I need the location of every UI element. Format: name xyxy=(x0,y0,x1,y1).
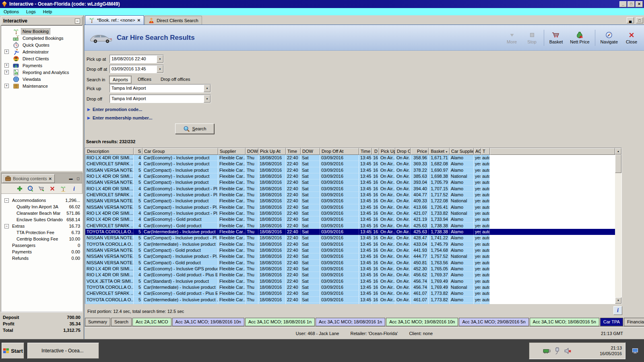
expand-icon[interactable]: + xyxy=(4,70,9,74)
tab-direct-clients-search[interactable]: Direct Clients Search xyxy=(144,16,202,25)
table-row[interactable]: TOYOTA COROLLA O...5Car(Intermediate) - … xyxy=(85,241,615,247)
sidebar-item-quick-quotes[interactable]: Quick Quotes xyxy=(1,41,82,48)
pick-up-at-field[interactable]: 18/08/2016 22:40 ▼ xyxy=(109,55,164,63)
show-desktop-button[interactable] xyxy=(629,343,642,358)
sidebar-item-direct-clients[interactable]: Direct Clients xyxy=(1,55,82,62)
taskbar-app-button[interactable]: Interactive - Ocea... xyxy=(27,343,99,359)
booking-tree-item[interactable]: −Accommodations1,296... xyxy=(1,197,82,204)
column-header-time2[interactable]: Time xyxy=(359,148,372,155)
nett-price-button[interactable]: Nett Price xyxy=(568,31,591,45)
table-row[interactable]: NISSAN VERSA NOTE...5Car(Compact) - Incl… xyxy=(85,198,615,204)
info-button[interactable]: i xyxy=(613,306,622,315)
bottom-tab-car-tpa[interactable]: Car TPA xyxy=(600,318,623,326)
menu-item-logs[interactable]: Logs xyxy=(23,8,39,15)
unplugged-icon[interactable] xyxy=(553,347,561,355)
column-header-d[interactable]: D xyxy=(372,148,379,155)
minimize-button[interactable]: _ xyxy=(619,1,627,7)
speaker-muted-icon[interactable] xyxy=(564,347,572,355)
collapse-panel-button[interactable]: − xyxy=(75,19,80,24)
table-row[interactable]: CHEVROLET SPARK ...4Car(Economy) - Inclu… xyxy=(85,161,615,167)
table-row[interactable]: NISSAN VERSA NOTE...5Car(Compact) - Incl… xyxy=(85,179,615,185)
table-row[interactable]: NISSAN VERSA NOTE...5Car(Compact) - Gold… xyxy=(85,247,615,253)
scroll-down-icon[interactable]: ▼ xyxy=(615,297,621,304)
booking-tree-item[interactable]: −Extras16.73 xyxy=(1,223,82,229)
search-in-option-airports[interactable]: Airports xyxy=(109,76,131,83)
sidebar-item-administrator[interactable]: +Administrator xyxy=(1,48,82,55)
table-row[interactable]: RIO LX 4DR OR SIMI...4Car(Economy) - Inc… xyxy=(85,210,615,216)
search-in-option-drop-off-offices[interactable]: Drop off offices xyxy=(158,76,193,83)
scrollbar-thumb[interactable] xyxy=(615,154,621,173)
bottom-tab-search[interactable]: Search xyxy=(111,318,132,326)
booking-tree-item[interactable]: Payments0.00 xyxy=(1,249,82,255)
info-icon[interactable]: i xyxy=(71,185,77,192)
search-in-option-offices[interactable]: Offices xyxy=(135,76,154,83)
drop-off-field[interactable]: Tampa Intl Airport ▼ xyxy=(109,95,211,103)
table-row[interactable]: TOYOTA COROLLA O...5Car(Intermediate) - … xyxy=(85,284,615,290)
menu-item-help[interactable]: Help xyxy=(39,8,56,15)
chevron-down-icon[interactable]: ▼ xyxy=(204,84,211,92)
column-header-time1[interactable]: Time xyxy=(286,148,301,155)
column-header-pick_up_at[interactable]: Pick Up At xyxy=(258,148,286,155)
table-row[interactable]: TOYOTA COROLLA O...5Car(Intermediate) - … xyxy=(85,297,615,303)
collapse-icon[interactable]: − xyxy=(4,198,9,203)
sidebar-item-maintenance[interactable]: +Maintenance xyxy=(1,82,82,89)
navigate-button[interactable]: Navigate xyxy=(599,31,620,45)
bottom-tab-acc-3a-1c-mco-19-08-2016-10n[interactable]: Acc 3A,1C MCO; 19/08/2016 10n xyxy=(386,318,458,326)
chevron-down-icon[interactable]: ▼ xyxy=(157,55,163,63)
sidebar-item-completed-bookings[interactable]: Completed Bookings xyxy=(1,35,82,41)
move-to-basket-icon[interactable] xyxy=(38,185,45,192)
vertical-scrollbar[interactable]: ▲ ▼ xyxy=(615,148,621,304)
start-button[interactable]: Start xyxy=(2,343,24,359)
pick-up-field[interactable]: Tampa Intl Airport ▼ xyxy=(109,84,211,93)
booking-tree-item[interactable]: Clearwater Beach Mar571.86 xyxy=(1,210,82,216)
column-header-s[interactable]: S xyxy=(134,148,142,155)
basket-button[interactable]: Basket xyxy=(547,31,565,45)
close-button[interactable]: Close xyxy=(623,31,640,45)
mdi-minimize-button[interactable]: ▄ xyxy=(627,17,634,23)
expand-icon[interactable]: + xyxy=(4,63,9,68)
table-row[interactable]: RIO LX 4DR OR SIMI...4Car(Economy) - Gol… xyxy=(85,216,615,222)
add-icon[interactable] xyxy=(17,185,23,192)
chevron-down-icon[interactable]: ▼ xyxy=(204,95,211,103)
table-row[interactable]: NISSAN VERSA NOTE...5Car(Compact) - Incl… xyxy=(85,253,615,259)
table-row[interactable]: NISSAN VERSA NOTE...5Car(Compact) - Gold… xyxy=(85,260,615,266)
sidebar-item-payments[interactable]: +$Payments xyxy=(1,62,82,69)
table-row[interactable]: RIO LX 4DR OR SIMI...4Car(Economy) - Inc… xyxy=(85,186,615,192)
sidebar-item-reporting-and-analytics[interactable]: +Reporting and Analytics xyxy=(1,69,82,76)
promotion-code-link[interactable]: ▶ Enter promotion code... xyxy=(87,107,142,112)
bottom-tab-summary[interactable]: Summary xyxy=(85,318,110,326)
sidebar-item-viewdata[interactable]: Viewdata xyxy=(1,76,82,82)
booking-tree-item[interactable]: Enclave Suites Orlando658.14 xyxy=(1,216,82,223)
booking-tab-close-icon[interactable]: ✕ xyxy=(48,177,52,181)
booking-tree-item[interactable]: Refunds0.00 xyxy=(1,255,82,261)
expand-icon[interactable]: + xyxy=(4,84,9,88)
column-header-t[interactable]: T xyxy=(481,148,490,155)
booking-tree-item[interactable]: Centtrip Booking Fee10.00 xyxy=(1,236,82,242)
bottom-tab-acc-3a-1c-mco-19-08-2016-10n[interactable]: Acc 3A,1C MCO; 19/08/2016 10n xyxy=(172,318,244,326)
column-header-supplier[interactable]: Supplier xyxy=(218,148,246,155)
table-row[interactable]: NISSAN VERSA NOTE...5Car(Compact) - Incl… xyxy=(85,167,615,173)
table-row[interactable]: RIO LX 4DR OR SIMI...4Car(Economy) - Gol… xyxy=(85,303,615,304)
column-header-desc[interactable]: Description xyxy=(85,148,134,155)
column-header-pick_up[interactable]: Pick Up xyxy=(379,148,395,155)
column-header-price[interactable]: Price xyxy=(411,148,429,155)
network-icon[interactable] xyxy=(543,347,551,355)
holiday-icon[interactable] xyxy=(60,185,66,192)
column-header-basket[interactable]: Basket▼ xyxy=(429,148,450,155)
table-row[interactable]: TOYOTA COROLLA O...5Car(Intermediate) - … xyxy=(85,229,615,235)
bottom-tab-acc-2a-1c-mco[interactable]: Acc 2A,1C MCO xyxy=(132,318,171,326)
column-header-dow2[interactable]: DOW xyxy=(301,148,320,155)
bottom-tab-financial-summary[interactable]: Financial Summary xyxy=(624,318,644,326)
booking-minimize-button[interactable]: ▬ xyxy=(68,176,74,181)
booking-tree-item[interactable]: Passengers0 xyxy=(1,242,82,249)
booking-tree-item[interactable]: TTA Protection Fee6.73 xyxy=(1,229,82,236)
close-window-button[interactable]: ✕ xyxy=(636,1,643,7)
table-row[interactable]: RIO LX 4DR OR SIMI...4Car(Economy) - Inc… xyxy=(85,173,615,179)
column-header-drop_off[interactable]: Drop Off xyxy=(395,148,411,155)
column-header-car_supplier[interactable]: Car Supplier xyxy=(450,148,474,155)
column-header-ac[interactable]: AC xyxy=(474,148,481,155)
bottom-tab-acc-3a-1c-mco-29-08-2016-5n[interactable]: Acc 3A,1C MCO; 29/08/2016 5n xyxy=(459,318,528,326)
booking-tree-item[interactable]: Quality Inn Airport 3A66.02 xyxy=(1,204,82,210)
table-row[interactable]: RIO LX 4DR OR SIMI...4Car(Economy) - Inc… xyxy=(85,266,615,272)
column-header-dow1[interactable]: DOW xyxy=(246,148,258,155)
